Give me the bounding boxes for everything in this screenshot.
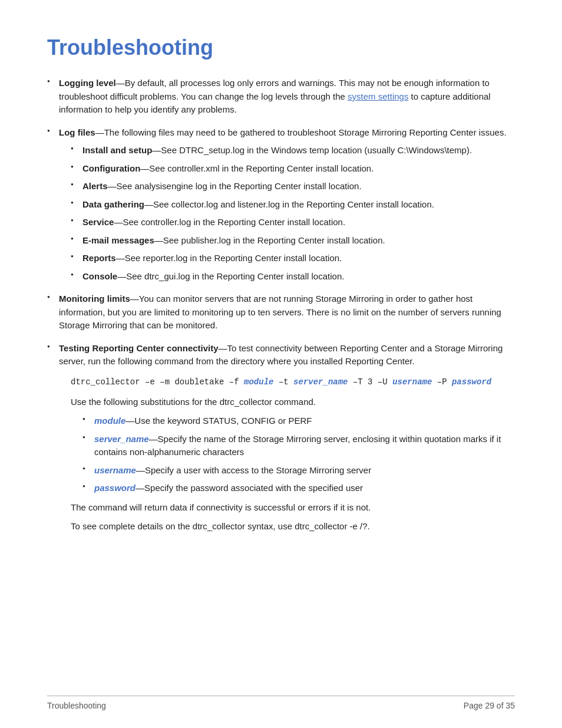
- testing-connectivity-label: Testing Reporting Center connectivity: [59, 343, 219, 353]
- footer: Troubleshooting Page 29 of 35: [47, 696, 515, 710]
- code-block: dtrc_collector –e –m doubletake –f modul…: [71, 375, 515, 388]
- list-item-testing-connectivity: Testing Reporting Center connectivity—To…: [47, 342, 515, 533]
- code-username: username: [392, 377, 432, 387]
- sub-list-substitutions: module—Use the keyword STATUS, CONFIG or…: [82, 414, 515, 495]
- list-item-logging-level: Logging level—By default, all processes …: [47, 77, 515, 117]
- module-label: module: [94, 416, 125, 426]
- server-name-label: server_name: [94, 434, 149, 444]
- username-label: username: [94, 465, 136, 475]
- logging-level-label: Logging level: [59, 78, 116, 88]
- install-setup-text: —See DTRC_setup.log in the Windows temp …: [152, 145, 472, 155]
- page-container: Troubleshooting Logging level—By default…: [0, 0, 562, 728]
- sub-item-server-name: server_name—Specify the name of the Stor…: [82, 433, 515, 459]
- email-messages-text: —See publisher.log in the Reporting Cent…: [154, 235, 385, 245]
- sub-item-install-setup: Install and setup—See DTRC_setup.log in …: [71, 144, 515, 157]
- service-text: —See controller.log in the Reporting Cen…: [114, 217, 345, 227]
- console-text: —See dtrc_gui.log in the Reporting Cente…: [117, 271, 344, 281]
- install-setup-label: Install and setup: [82, 145, 152, 155]
- sub-list-log-files: Install and setup—See DTRC_setup.log in …: [71, 144, 515, 283]
- sub-para-substitutions-intro: Use the following substitutions for the …: [71, 396, 515, 409]
- footer-left: Troubleshooting: [47, 701, 106, 710]
- server-name-text: —Specify the name of the Storage Mirrori…: [94, 434, 501, 457]
- alerts-label: Alerts: [82, 181, 108, 191]
- password-label: password: [94, 483, 135, 493]
- username-text: —Specify a user with access to the Stora…: [136, 465, 371, 475]
- code-module: module: [244, 377, 273, 387]
- sub-item-service: Service—See controller.log in the Report…: [71, 216, 515, 229]
- footer-right: Page 29 of 35: [464, 701, 515, 710]
- code-prefix: dtrc_collector –e –m doubletake –f: [71, 377, 244, 387]
- sub-item-alerts: Alerts—See analysisengine log in the Rep…: [71, 180, 515, 193]
- code-middle3: –P: [432, 377, 452, 387]
- sub-item-module: module—Use the keyword STATUS, CONFIG or…: [82, 414, 515, 428]
- configuration-label: Configuration: [82, 163, 140, 173]
- sub-item-configuration: Configuration—See controller.xml in the …: [71, 162, 515, 176]
- password-text: —Specify the password associated with th…: [135, 483, 363, 493]
- closing-para-1: The command will return data if connecti…: [71, 501, 515, 515]
- sub-item-console: Console—See dtrc_gui.log in the Reportin…: [71, 270, 515, 284]
- page-title: Troubleshooting: [47, 35, 515, 60]
- data-gathering-text: —See collector.log and listener.log in t…: [144, 199, 434, 209]
- sub-item-data-gathering: Data gathering—See collector.log and lis…: [71, 198, 515, 212]
- sub-item-username: username—Specify a user with access to t…: [82, 464, 515, 477]
- configuration-text: —See controller.xml in the Reporting Cen…: [140, 163, 373, 173]
- sub-item-email-messages: E-mail messages—See publisher.log in the…: [71, 234, 515, 248]
- log-files-text: —The following files may need to be gath…: [95, 127, 507, 137]
- code-middle2: –T 3 –U: [348, 377, 393, 387]
- reports-text: —See reporter.log in the Reporting Cente…: [116, 253, 342, 263]
- sub-item-reports: Reports—See reporter.log in the Reportin…: [71, 252, 515, 265]
- closing-para-2: To see complete details on the dtrc_coll…: [71, 520, 515, 533]
- system-settings-link[interactable]: system settings: [348, 91, 408, 101]
- code-middle1: –t: [273, 377, 293, 387]
- list-item-log-files: Log files—The following files may need t…: [47, 126, 515, 284]
- module-text: —Use the keyword STATUS, CONFIG or PERF: [125, 416, 312, 426]
- top-list: Logging level—By default, all processes …: [47, 77, 515, 533]
- data-gathering-label: Data gathering: [82, 199, 144, 209]
- monitoring-limits-label: Monitoring limits: [59, 294, 130, 304]
- list-item-monitoring-limits: Monitoring limits—You can monitor server…: [47, 292, 515, 332]
- reports-label: Reports: [82, 253, 116, 263]
- alerts-text: —See analysisengine log in the Reporting…: [108, 181, 362, 191]
- sub-item-password: password—Specify the password associated…: [82, 482, 515, 495]
- code-password: password: [452, 377, 491, 387]
- log-files-label: Log files: [59, 127, 95, 137]
- service-label: Service: [82, 217, 114, 227]
- code-server-name: server_name: [293, 377, 348, 387]
- console-label: Console: [82, 271, 117, 281]
- email-messages-label: E-mail messages: [82, 235, 154, 245]
